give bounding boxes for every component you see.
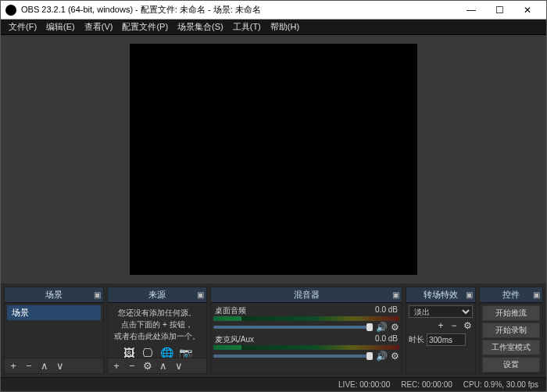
scenes-toolbar: + − ∧ ∨ — [5, 358, 103, 373]
scenes-list[interactable]: 场景 — [5, 303, 103, 358]
controls-dock: 控件 ▣ 开始推流 开始录制 工作室模式 设置 退出 — [479, 287, 543, 374]
statusbar: LIVE: 00:00:00 REC: 00:00:00 CPU: 0.9%, … — [1, 377, 546, 391]
scene-item[interactable]: 场景 — [7, 305, 101, 320]
transitions-title: 转场特效 — [424, 289, 458, 301]
dock-popout-icon[interactable]: ▣ — [196, 291, 204, 299]
scenes-title: 场景 — [45, 289, 63, 301]
dock-popout-icon[interactable]: ▣ — [532, 291, 540, 299]
menu-scene-collection[interactable]: 场景集合(S) — [173, 20, 228, 34]
sources-empty-line3: 或者右击此处添加一个。 — [110, 330, 204, 342]
titlebar: OBS 23.2.1 (64-bit, windows) - 配置文件: 未命名… — [1, 1, 546, 20]
sources-empty-line1: 您还没有添加任何源。 — [110, 307, 204, 319]
scene-remove-button[interactable]: − — [23, 360, 34, 372]
maximize-button[interactable]: ☐ — [485, 2, 513, 19]
controls-header: 控件 ▣ — [480, 287, 542, 303]
globe-source-icon: 🌐 — [159, 345, 173, 356]
menu-tools[interactable]: 工具(T) — [228, 20, 266, 34]
mixer-body: 桌面音频 0.0 dB 🔊 ⚙ 麦克风/Aux 0.0 dB — [211, 303, 402, 373]
transition-duration-label: 时长 — [409, 334, 424, 345]
transition-remove-button[interactable]: − — [449, 320, 459, 331]
close-button[interactable]: ✕ — [513, 2, 542, 19]
gear-icon[interactable]: ⚙ — [391, 351, 399, 362]
status-live: LIVE: 00:00:00 — [338, 380, 390, 389]
mixer-volume-slider[interactable] — [213, 355, 373, 358]
scene-movedown-button[interactable]: ∨ — [55, 360, 66, 372]
mixer-channel-desktop: 桌面音频 0.0 dB 🔊 ⚙ — [213, 305, 399, 333]
transitions-dock: 转场特效 ▣ 淡出 + − ⚙ 时长 — [406, 287, 476, 374]
studio-mode-button[interactable]: 工作室模式 — [482, 340, 540, 355]
transition-duration-input[interactable] — [427, 333, 466, 346]
mixer-ch-name: 桌面音频 — [215, 305, 246, 316]
mixer-ch-level: 0.0 dB — [375, 305, 398, 316]
menu-view[interactable]: 查看(V) — [80, 20, 118, 34]
controls-title: 控件 — [502, 289, 520, 301]
window-title: OBS 23.2.1 (64-bit, windows) - 配置文件: 未命名… — [21, 4, 457, 16]
dock-popout-icon[interactable]: ▣ — [465, 291, 473, 299]
start-recording-button[interactable]: 开始录制 — [482, 323, 540, 338]
menu-help[interactable]: 帮助(H) — [266, 20, 304, 34]
camera-source-icon: 📷 — [178, 345, 192, 356]
mixer-channel-mic: 麦克风/Aux 0.0 dB 🔊 ⚙ — [213, 334, 399, 362]
menu-file[interactable]: 文件(F) — [4, 20, 41, 34]
status-rec: REC: 00:00:00 — [401, 380, 452, 389]
scenes-dock: 场景 ▣ 场景 + − ∧ ∨ — [4, 287, 104, 374]
app-window: OBS 23.2.1 (64-bit, windows) - 配置文件: 未命名… — [0, 0, 547, 392]
preview-canvas[interactable] — [130, 44, 417, 275]
speaker-icon[interactable]: 🔊 — [376, 351, 388, 362]
sources-toolbar: + − ⚙ ∧ ∨ — [108, 358, 206, 373]
sources-dock: 来源 ▣ 您还没有添加任何源。 点击下面的 + 按钮， 或者右击此处添加一个。 … — [107, 287, 207, 374]
preview-area — [1, 35, 546, 283]
sources-title: 来源 — [148, 289, 166, 301]
transition-settings-button[interactable]: ⚙ — [462, 320, 473, 331]
controls-body: 开始推流 开始录制 工作室模式 设置 退出 — [480, 303, 542, 373]
speaker-icon[interactable]: 🔊 — [376, 322, 388, 333]
source-remove-button[interactable]: − — [127, 360, 138, 372]
sources-header: 来源 ▣ — [108, 287, 206, 303]
status-cpu: CPU: 0.9%, 30.00 fps — [463, 380, 538, 389]
source-moveup-button[interactable]: ∧ — [158, 360, 169, 372]
minimize-button[interactable]: — — [457, 2, 485, 19]
sources-list[interactable]: 您还没有添加任何源。 点击下面的 + 按钮， 或者右击此处添加一个。 🖼 🖵 🌐… — [108, 303, 206, 358]
display-source-icon: 🖵 — [141, 345, 155, 356]
mixer-ch-name: 麦克风/Aux — [215, 334, 254, 345]
transition-add-button[interactable]: + — [435, 320, 446, 331]
mixer-ch-level: 0.0 dB — [375, 334, 398, 345]
transition-select[interactable]: 淡出 — [409, 305, 473, 318]
mixer-meter — [213, 345, 399, 350]
transitions-header: 转场特效 ▣ — [406, 287, 475, 303]
mixer-volume-slider[interactable] — [213, 326, 373, 329]
mixer-header: 混音器 ▣ — [211, 287, 402, 303]
settings-button[interactable]: 设置 — [482, 357, 540, 372]
menu-edit[interactable]: 编辑(E) — [41, 20, 80, 34]
scene-add-button[interactable]: + — [8, 360, 19, 372]
source-props-button[interactable]: ⚙ — [142, 360, 153, 372]
menubar: 文件(F) 编辑(E) 查看(V) 配置文件(P) 场景集合(S) 工具(T) … — [1, 20, 546, 35]
transitions-body: 淡出 + − ⚙ 时长 — [406, 303, 475, 373]
dock-row: 场景 ▣ 场景 + − ∧ ∨ 来源 ▣ 您还没有添加任何源。 点击下 — [1, 283, 546, 377]
source-add-button[interactable]: + — [111, 360, 122, 372]
mixer-meter — [213, 316, 399, 321]
source-movedown-button[interactable]: ∨ — [173, 360, 184, 372]
gear-icon[interactable]: ⚙ — [391, 322, 399, 333]
scene-moveup-button[interactable]: ∧ — [39, 360, 50, 372]
mixer-dock: 混音器 ▣ 桌面音频 0.0 dB 🔊 ⚙ — [210, 287, 402, 374]
dock-popout-icon[interactable]: ▣ — [93, 291, 101, 299]
dock-popout-icon[interactable]: ▣ — [391, 291, 399, 299]
scenes-header: 场景 ▣ — [5, 287, 103, 303]
image-source-icon: 🖼 — [122, 345, 136, 356]
sources-empty-line2: 点击下面的 + 按钮， — [110, 319, 204, 330]
start-streaming-button[interactable]: 开始推流 — [482, 305, 540, 321]
menu-profile[interactable]: 配置文件(P) — [117, 20, 173, 34]
obs-logo-icon — [5, 5, 16, 16]
mixer-title: 混音器 — [294, 289, 320, 301]
